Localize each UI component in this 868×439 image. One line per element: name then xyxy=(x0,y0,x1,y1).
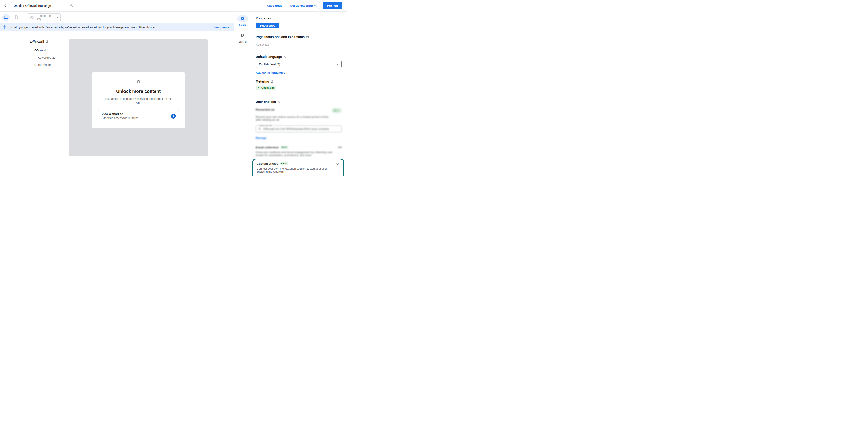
editor-content: Offerwall Offerwall Rewarded ad Confirma… xyxy=(0,31,234,176)
chevron-down-icon xyxy=(337,64,339,65)
mobile-preview-button[interactable] xyxy=(12,13,20,21)
chevron-down-icon xyxy=(338,110,340,111)
default-language-value: English (en-US) xyxy=(259,63,337,66)
add-urls-input[interactable]: Add URLs xyxy=(256,43,342,46)
preview-canvas: Unlock more content Take action to conti… xyxy=(69,39,208,156)
smartphone-icon xyxy=(14,15,18,20)
title-help-icon[interactable] xyxy=(70,4,73,7)
email-beta-badge: BETA xyxy=(281,146,288,149)
option-title: View a short ad xyxy=(102,112,171,116)
desktop-icon xyxy=(4,15,8,20)
option-subtitle: Site-wide access for 12 hours xyxy=(102,117,171,120)
email-collection-state: Off xyxy=(338,146,342,149)
editor-main: English (en-US) To help you get started … xyxy=(0,12,234,176)
preview-language-value: English (en-US) xyxy=(36,14,56,21)
image-icon xyxy=(137,80,140,84)
palette-icon xyxy=(240,33,245,38)
ad-unit-value: Offerwall-Ad-Unit-0f0849aababc59c6 (auto… xyxy=(263,127,329,131)
rewarded-ad-label: Rewarded ad xyxy=(256,108,275,112)
custom-choice-beta-badge: BETA xyxy=(280,162,288,165)
logo-placeholder xyxy=(117,78,160,85)
panel-divider xyxy=(251,94,347,94)
play-icon xyxy=(173,115,175,117)
metering-heading: Metering xyxy=(256,80,269,83)
offerwall-editor: Save draft Set up experiment Publish xyxy=(0,0,347,176)
offerwall-help-icon[interactable] xyxy=(45,40,49,43)
play-button[interactable] xyxy=(171,114,176,119)
offerwall-preview-card: Unlock more content Take action to conti… xyxy=(92,72,185,128)
toolbar-divider xyxy=(24,13,24,21)
banner-text: To help you get started with Rewarded ad… xyxy=(9,26,214,29)
page-inclusions-help-icon[interactable] xyxy=(306,36,309,38)
tab-styling-label[interactable]: Styling xyxy=(239,40,247,43)
default-language-heading: Default language xyxy=(256,55,282,59)
tab-setup[interactable] xyxy=(237,15,248,22)
nav-item-rewarded-ad[interactable]: Rewarded ad xyxy=(30,54,56,61)
optimizing-icon xyxy=(257,86,260,89)
user-choices-help-icon[interactable] xyxy=(277,100,280,103)
globe-icon xyxy=(30,15,34,20)
nav-active-indicator xyxy=(30,47,30,55)
tab-setup-label[interactable]: Setup xyxy=(239,23,246,26)
back-button[interactable] xyxy=(3,3,9,9)
info-banner: To help you get started with Rewarded ad… xyxy=(0,23,234,31)
additional-languages-link[interactable]: Additional languages xyxy=(256,71,285,74)
gear-icon xyxy=(241,17,245,21)
rewarded-ad-description: Reward your site visitors access for a l… xyxy=(256,116,330,121)
search-icon xyxy=(258,127,261,131)
preview-title: Unlock more content xyxy=(98,89,179,94)
select-ad-unit-field[interactable]: Select ad unit* Offerwall-Ad-Unit-0f0849… xyxy=(256,125,342,132)
user-choices-heading: User choices xyxy=(256,100,276,103)
custom-choice-highlight: Custom choice BETA Off Connect your own … xyxy=(252,159,344,176)
message-title-input[interactable] xyxy=(11,2,68,9)
arrow-back-icon xyxy=(4,4,8,8)
setup-panel: Your sites Select sites Page inclusions … xyxy=(251,12,347,176)
set-up-experiment-button[interactable]: Set up experiment xyxy=(286,2,320,9)
nav-heading: Offerwall xyxy=(30,40,44,43)
info-icon xyxy=(3,25,6,29)
tab-styling[interactable] xyxy=(237,32,248,39)
default-language-help-icon[interactable] xyxy=(283,56,286,58)
desktop-preview-button[interactable] xyxy=(2,13,10,21)
ad-unit-floating-label: Select ad unit* xyxy=(258,124,273,127)
nav-item-confirmation[interactable]: Confirmation xyxy=(30,61,56,68)
nav-item-offerwall[interactable]: Offerwall xyxy=(30,47,56,54)
preview-language-select[interactable]: English (en-US) xyxy=(28,13,61,22)
save-draft-button[interactable]: Save draft xyxy=(267,4,282,7)
select-sites-button[interactable]: Select sites xyxy=(256,23,279,28)
banner-learn-more-link[interactable]: Learn more xyxy=(214,26,229,29)
page-inclusions-heading: Page inclusions and exclusions xyxy=(256,35,305,39)
metering-help-icon[interactable] xyxy=(271,80,274,83)
chevron-down-icon xyxy=(56,17,58,18)
publish-button[interactable]: Publish xyxy=(322,2,342,9)
email-collection-label: Email collection xyxy=(256,146,279,149)
preview-toolbar: English (en-US) xyxy=(0,12,234,23)
header: Save draft Set up experiment Publish xyxy=(0,0,347,12)
rewarded-ad-toggle[interactable]: On xyxy=(332,108,342,113)
metering-status-text: Optimizing xyxy=(261,86,275,89)
preview-description: Take action to continue accessing the co… xyxy=(104,97,173,105)
custom-choice-state: Off xyxy=(337,162,340,165)
message-nav: Offerwall Offerwall Rewarded ad Confirma… xyxy=(30,40,56,68)
custom-choice-label: Custom choice xyxy=(257,162,278,165)
settings-rail: Setup Styling xyxy=(234,12,251,176)
manage-link[interactable]: Manage xyxy=(256,136,267,139)
custom-choice-description: Connect your own monetization solution t… xyxy=(257,167,333,173)
view-ad-option[interactable]: View a short ad Site-wide access for 12 … xyxy=(98,110,179,122)
default-language-select[interactable]: English (en-US) xyxy=(256,61,342,68)
email-collection-description: Grow your audience and boost engagement … xyxy=(256,151,333,157)
metering-status-badge: Optimizing xyxy=(256,86,276,90)
your-sites-heading: Your sites xyxy=(256,17,342,20)
